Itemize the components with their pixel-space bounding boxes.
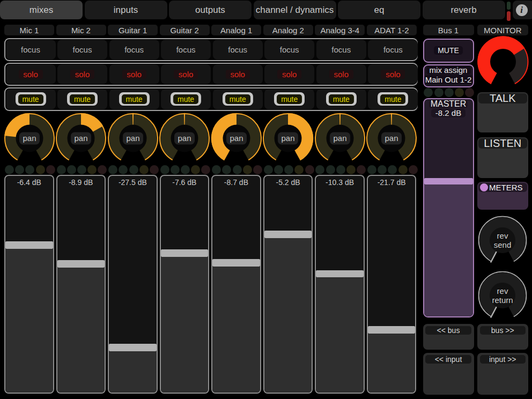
svg-text:rev: rev bbox=[497, 231, 508, 240]
svg-text:pan: pan bbox=[385, 134, 398, 143]
svg-text:pan: pan bbox=[230, 134, 243, 143]
svg-text:return: return bbox=[492, 295, 513, 305]
svg-text:pan: pan bbox=[23, 134, 36, 143]
svg-text:pan: pan bbox=[178, 134, 191, 143]
svg-text:pan: pan bbox=[333, 134, 346, 143]
svg-text:pan: pan bbox=[282, 134, 295, 143]
svg-text:rev: rev bbox=[497, 286, 508, 295]
svg-text:pan: pan bbox=[126, 134, 139, 143]
svg-text:pan: pan bbox=[75, 134, 88, 143]
svg-text:send: send bbox=[494, 240, 512, 249]
